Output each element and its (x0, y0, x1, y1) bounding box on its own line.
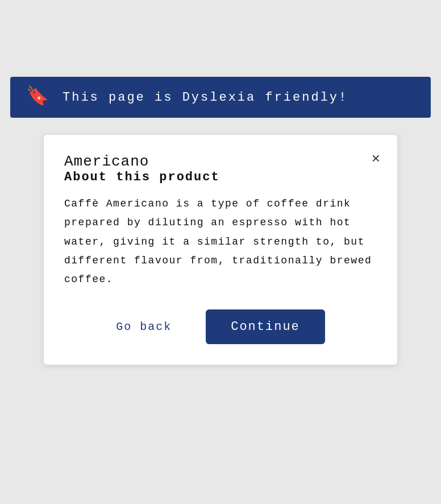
banner-text: This page is Dyslexia friendly! (63, 90, 348, 105)
continue-button[interactable]: Continue (206, 309, 325, 344)
section-heading: About this product (64, 170, 377, 184)
product-modal: Americano × About this product Caffè Ame… (44, 135, 397, 365)
modal-title: Americano (64, 153, 149, 170)
bookmark-icon: 🔖 (26, 88, 49, 106)
dyslexia-banner: 🔖 This page is Dyslexia friendly! (10, 77, 431, 118)
close-button[interactable]: × (372, 151, 380, 166)
modal-actions: Go back Continue (64, 309, 377, 344)
go-back-button[interactable]: Go back (116, 320, 172, 333)
product-description: Caffè Americano is a type of coffee drin… (64, 195, 377, 289)
